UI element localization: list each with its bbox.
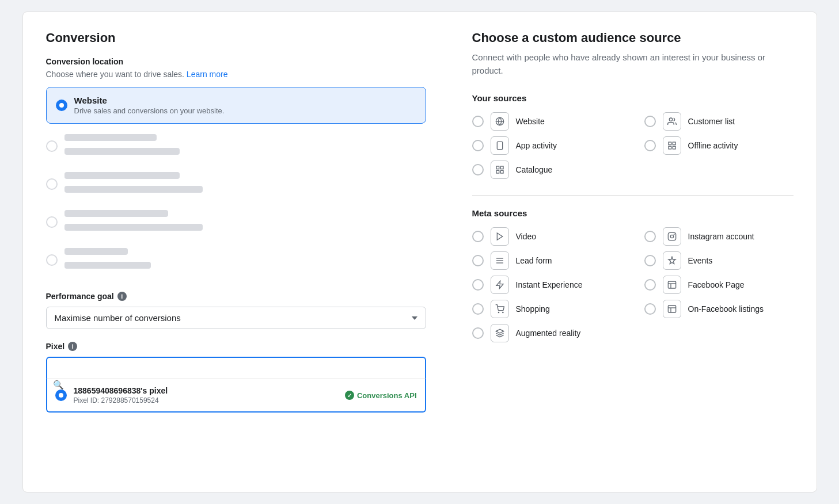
pixel-search-wrapper: 🔍 188659408696838's pixel Pixel ID: 2792… (46, 357, 426, 413)
pixel-result-radio[interactable] (55, 390, 67, 401)
source-icon-app-activity (491, 136, 509, 155)
source-name-shopping: Shopping (516, 304, 550, 314)
pixel-info: 188659408696838's pixel Pixel ID: 279288… (74, 386, 338, 404)
source-name-app-activity: App activity (516, 141, 557, 150)
performance-goal-info-icon[interactable]: i (117, 292, 127, 301)
source-name-offline-activity: Offline activity (688, 141, 738, 150)
source-radio-website[interactable] (472, 116, 484, 127)
source-icon-on-facebook-listings (663, 300, 681, 318)
source-name-on-facebook-listings: On-Facebook listings (688, 304, 764, 314)
conversions-api-badge: ✓ Conversions API (345, 391, 417, 400)
source-item-website[interactable]: Website (472, 112, 621, 131)
source-item-app-activity[interactable]: App activity (472, 136, 621, 155)
learn-more-link[interactable]: Learn more (187, 70, 228, 79)
source-icon-catalogue (491, 161, 509, 179)
source-radio-video[interactable] (472, 231, 484, 242)
svg-rect-21 (668, 281, 675, 288)
source-icon-events (663, 251, 681, 270)
source-icon-instant-experience (491, 276, 509, 294)
source-icon-lead-form (491, 251, 509, 270)
svg-rect-5 (669, 142, 671, 145)
website-radio[interactable] (56, 100, 67, 111)
skeleton-line (64, 148, 180, 155)
source-icon-instagram (663, 227, 681, 246)
source-name-video: Video (516, 232, 537, 241)
source-item-video[interactable]: Video (472, 227, 621, 246)
source-radio-facebook-page[interactable] (644, 279, 656, 291)
skeleton-radio-1 (46, 140, 58, 152)
svg-rect-14 (668, 232, 675, 240)
source-radio-catalogue[interactable] (472, 164, 484, 175)
source-radio-app-activity[interactable] (472, 140, 484, 151)
conversion-location-section: Conversion location Choose where you wan… (46, 57, 426, 278)
source-name-instant-experience: Instant Experience (516, 280, 583, 289)
svg-marker-29 (496, 329, 503, 333)
source-icon-video (491, 227, 509, 246)
performance-goal-section: Performance goal i Maximise number of co… (46, 292, 426, 329)
source-item-facebook-page[interactable]: Facebook Page (644, 276, 794, 294)
source-item-catalogue[interactable]: Catalogue (472, 161, 621, 179)
source-name-instagram: Instagram account (688, 232, 754, 241)
website-option-sub: Drive sales and conversions on your webs… (74, 106, 225, 115)
sources-divider (472, 195, 794, 196)
skeleton-radio-2 (46, 178, 58, 190)
source-radio-customer-list[interactable] (644, 116, 656, 127)
skeleton-radio-3 (46, 216, 58, 228)
performance-goal-value: Maximise number of conversions (55, 313, 181, 323)
svg-rect-11 (500, 170, 503, 173)
pixel-result-item[interactable]: 188659408696838's pixel Pixel ID: 279288… (46, 379, 426, 413)
source-radio-offline-activity[interactable] (644, 140, 656, 151)
source-item-customer-list[interactable]: Customer list (644, 112, 794, 131)
your-sources-grid: Website Customer list (472, 112, 794, 179)
conversion-location-label: Conversion location (46, 57, 426, 66)
left-panel: Conversion Conversion location Choose wh… (46, 30, 426, 474)
source-item-instagram[interactable]: Instagram account (644, 227, 794, 246)
source-item-lead-form[interactable]: Lead form (472, 251, 621, 270)
pixel-section: Pixel i 🔍 188659408696838's pixel Pixel … (46, 342, 426, 413)
website-option[interactable]: Website Drive sales and conversions on y… (46, 87, 426, 124)
svg-point-2 (669, 118, 672, 121)
conversion-location-desc: Choose where you want to drive sales. Le… (46, 70, 426, 79)
svg-marker-20 (496, 281, 503, 288)
skeleton-option-3 (46, 204, 426, 240)
pixel-search-input[interactable] (46, 357, 426, 379)
meta-sources-label: Meta sources (472, 208, 794, 218)
source-icon-shopping (491, 300, 509, 318)
skeleton-line (64, 210, 168, 217)
svg-marker-13 (497, 233, 502, 240)
source-item-shopping[interactable]: Shopping (472, 300, 621, 318)
source-icon-offline-activity (663, 136, 681, 155)
skeleton-line (64, 262, 151, 269)
source-item-events[interactable]: Events (644, 251, 794, 270)
source-radio-instant-experience[interactable] (472, 279, 484, 291)
source-radio-lead-form[interactable] (472, 255, 484, 266)
source-radio-instagram[interactable] (644, 231, 656, 242)
skeleton-line (64, 248, 128, 255)
skeleton-radio-4 (46, 254, 58, 266)
source-radio-augmented-reality[interactable] (472, 327, 484, 339)
source-radio-shopping[interactable] (472, 303, 484, 315)
svg-point-25 (502, 312, 503, 312)
source-item-on-facebook-listings[interactable]: On-Facebook listings (644, 300, 794, 318)
performance-goal-dropdown[interactable]: Maximise number of conversions (46, 307, 426, 329)
svg-rect-8 (669, 146, 671, 149)
svg-rect-9 (496, 166, 499, 169)
right-description: Connect with people who have already sho… (472, 51, 794, 77)
pixel-id: Pixel ID: 279288570159524 (74, 396, 338, 404)
source-item-offline-activity[interactable]: Offline activity (644, 136, 794, 155)
check-circle-icon: ✓ (345, 391, 354, 400)
source-name-facebook-page: Facebook Page (688, 280, 745, 289)
source-name-augmented-reality: Augmented reality (516, 329, 581, 338)
chevron-down-icon (412, 316, 417, 320)
skeleton-option-4 (46, 242, 426, 278)
skeleton-line (64, 172, 180, 179)
svg-point-24 (498, 312, 499, 312)
source-item-augmented-reality[interactable]: Augmented reality (472, 324, 621, 342)
source-item-instant-experience[interactable]: Instant Experience (472, 276, 621, 294)
source-radio-on-facebook-listings[interactable] (644, 303, 656, 315)
source-name-catalogue: Catalogue (516, 165, 553, 174)
svg-rect-6 (673, 142, 675, 145)
source-radio-events[interactable] (644, 255, 656, 266)
pixel-info-icon[interactable]: i (68, 342, 77, 351)
performance-goal-label: Performance goal i (46, 292, 426, 301)
